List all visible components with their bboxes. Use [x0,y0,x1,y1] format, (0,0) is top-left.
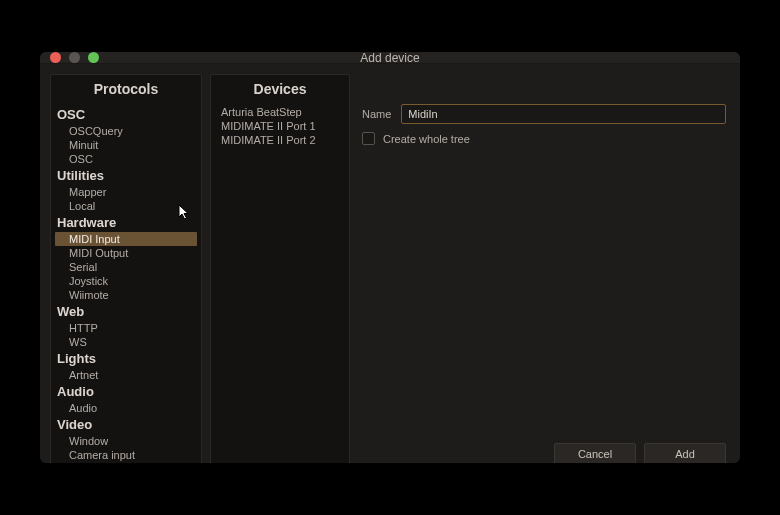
traffic-lights [40,52,99,63]
protocol-category[interactable]: Lights [55,349,197,368]
protocol-item[interactable]: Wiimote [55,288,197,302]
device-item[interactable]: MIDIMATE II Port 1 [215,119,345,133]
titlebar: Add device [40,52,740,64]
protocol-item[interactable]: Joystick [55,274,197,288]
create-tree-row: Create whole tree [362,132,726,145]
protocol-item[interactable]: Artnet [55,368,197,382]
protocols-tree[interactable]: OSCOSCQueryMinuitOSCUtilitiesMapperLocal… [51,105,201,463]
protocol-item[interactable]: Audio [55,401,197,415]
protocol-item[interactable]: Mapper [55,185,197,199]
protocols-heading: Protocols [51,75,201,105]
protocol-item[interactable]: OSC [55,152,197,166]
devices-list[interactable]: Arturia BeatStepMIDIMATE II Port 1MIDIMA… [211,105,349,463]
add-button[interactable]: Add [644,443,726,463]
protocol-category[interactable]: Utilities [55,166,197,185]
protocol-item[interactable]: Serial [55,260,197,274]
protocol-item[interactable]: HTTP [55,321,197,335]
protocol-item[interactable]: WS [55,335,197,349]
minimize-icon[interactable] [69,52,80,63]
protocol-item[interactable]: Minuit [55,138,197,152]
name-label: Name [362,108,391,120]
protocol-item[interactable]: MIDI Output [55,246,197,260]
protocol-item[interactable]: Window [55,434,197,448]
protocol-item[interactable]: MIDI Input [55,232,197,246]
protocol-category[interactable]: Audio [55,382,197,401]
protocols-panel: Protocols OSCOSCQueryMinuitOSCUtilitiesM… [50,74,202,463]
window-title: Add device [40,52,740,65]
device-item[interactable]: MIDIMATE II Port 2 [215,133,345,147]
protocol-category[interactable]: OSC [55,105,197,124]
button-bar: Cancel Add [554,443,726,463]
protocol-category[interactable]: Video [55,415,197,434]
create-tree-label: Create whole tree [383,133,470,145]
close-icon[interactable] [50,52,61,63]
devices-heading: Devices [211,75,349,105]
name-input[interactable] [401,104,726,124]
protocol-category[interactable]: Web [55,302,197,321]
dialog-window: Add device Protocols OSCOSCQueryMinuitOS… [40,52,740,463]
protocol-item[interactable]: Camera input [55,448,197,462]
devices-panel: Devices Arturia BeatStepMIDIMATE II Port… [210,74,350,463]
details-panel: . Name Create whole tree Cancel Add [358,74,730,463]
maximize-icon[interactable] [88,52,99,63]
content: Protocols OSCOSCQueryMinuitOSCUtilitiesM… [40,64,740,463]
device-item[interactable]: Arturia BeatStep [215,105,345,119]
protocol-item[interactable]: OSCQuery [55,124,197,138]
protocol-category[interactable]: Hardware [55,213,197,232]
create-tree-checkbox[interactable] [362,132,375,145]
cancel-button[interactable]: Cancel [554,443,636,463]
protocol-item[interactable]: Local [55,199,197,213]
name-row: Name [362,104,726,124]
